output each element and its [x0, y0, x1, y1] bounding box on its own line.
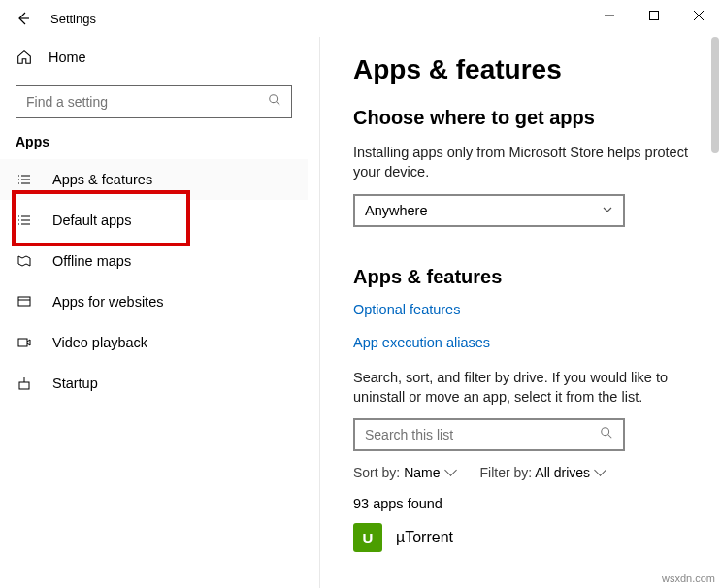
startup-icon [16, 376, 33, 391]
sidebar-item-label: Apps for websites [52, 294, 163, 310]
svg-line-5 [277, 102, 280, 106]
app-count: 93 apps found [353, 496, 694, 511]
sidebar: Home Apps Apps & features Default apps O… [0, 37, 320, 588]
section-heading: Choose where to get apps [353, 107, 694, 129]
app-source-dropdown[interactable]: Anywhere [353, 194, 625, 227]
minimize-icon [604, 10, 615, 21]
app-list-search-input[interactable] [365, 427, 600, 442]
section-description: Installing apps only from Microsoft Stor… [353, 143, 694, 182]
sidebar-item-label: Video playback [52, 335, 147, 350]
home-nav[interactable]: Home [0, 37, 308, 78]
dropdown-value: Anywhere [365, 203, 427, 218]
optional-features-link[interactable]: Optional features [353, 302, 694, 317]
app-name: µTorrent [396, 529, 453, 546]
home-icon [16, 49, 33, 66]
svg-point-4 [270, 95, 278, 103]
svg-rect-18 [18, 297, 30, 306]
maximize-icon [648, 10, 660, 21]
sidebar-item-label: Offline maps [52, 253, 131, 269]
sort-by-dropdown[interactable]: Sort by: Name [353, 465, 455, 480]
search-icon [268, 93, 281, 111]
category-label: Apps [16, 134, 292, 149]
filter-by-dropdown[interactable]: Filter by: All drives [480, 465, 606, 480]
close-button[interactable] [676, 0, 721, 31]
sidebar-item-apps-websites[interactable]: Apps for websites [0, 281, 308, 322]
close-icon [693, 10, 705, 21]
highlight-annotation [12, 190, 190, 246]
svg-line-24 [608, 435, 612, 439]
titlebar: Settings [0, 0, 721, 37]
main-content: Apps & features Choose where to get apps… [320, 37, 721, 588]
section-description: Search, sort, and filter by drive. If yo… [353, 368, 694, 408]
svg-rect-1 [650, 12, 659, 20]
chevron-down-icon [602, 203, 613, 218]
section-heading: Apps & features [353, 266, 694, 288]
sidebar-item-offline-maps[interactable]: Offline maps [0, 241, 308, 281]
app-list-search[interactable] [353, 418, 625, 451]
websites-icon [16, 294, 33, 310]
scrollbar[interactable] [711, 37, 719, 153]
app-icon: U [353, 523, 382, 552]
map-icon [16, 253, 33, 269]
svg-point-23 [602, 428, 609, 436]
window-controls [587, 0, 721, 31]
watermark: wsxdn.com [662, 572, 715, 584]
sidebar-search[interactable] [16, 85, 292, 118]
sidebar-item-label: Apps & features [52, 172, 152, 187]
minimize-button[interactable] [587, 0, 632, 31]
app-execution-aliases-link[interactable]: App execution aliases [353, 335, 694, 350]
svg-rect-21 [19, 382, 29, 389]
sidebar-item-label: Startup [52, 376, 98, 391]
sort-filter-row: Sort by: Name Filter by: All drives [353, 465, 694, 480]
sidebar-item-startup[interactable]: Startup [0, 363, 308, 404]
back-button[interactable] [8, 3, 39, 34]
sidebar-search-input[interactable] [26, 94, 268, 110]
home-label: Home [49, 49, 86, 65]
list-icon [16, 172, 33, 187]
search-icon [600, 426, 613, 443]
arrow-left-icon [16, 11, 31, 26]
sidebar-item-video-playback[interactable]: Video playback [0, 322, 308, 363]
video-icon [16, 335, 33, 350]
page-title: Apps & features [353, 54, 694, 85]
app-list-item[interactable]: U µTorrent [353, 523, 694, 552]
window-title: Settings [50, 12, 96, 26]
svg-rect-20 [18, 339, 27, 346]
maximize-button[interactable] [632, 0, 676, 31]
